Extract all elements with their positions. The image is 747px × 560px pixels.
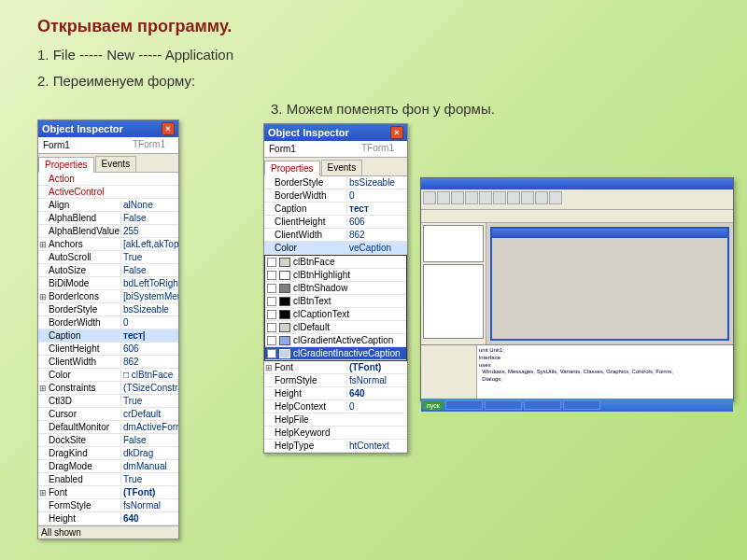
oi1-property-grid[interactable]: ActionActiveControlAlignalNoneAlphaBlend… <box>38 173 178 525</box>
property-row[interactable]: Action <box>38 173 178 186</box>
expand-icon[interactable]: ⊞ <box>38 240 48 249</box>
property-value[interactable]: True <box>120 474 178 484</box>
property-value[interactable]: fsNormal <box>120 500 178 511</box>
color-option[interactable]: clBtnFace <box>265 256 406 269</box>
property-value[interactable]: False <box>120 265 178 275</box>
property-value[interactable]: [biSystemMenu, <box>120 291 178 301</box>
property-value[interactable]: dmManual <box>120 461 178 471</box>
property-value[interactable]: htContext <box>346 441 407 451</box>
taskbar-button[interactable] <box>524 400 561 410</box>
ide-code-text[interactable]: unit Unit1; interface uses Windows, Mess… <box>477 345 733 399</box>
property-row[interactable]: DragKinddkDrag <box>38 447 178 460</box>
property-row[interactable]: BorderStylebsSizeable <box>38 303 178 316</box>
property-value[interactable]: 606 <box>120 343 178 354</box>
expand-icon[interactable]: ⊞ <box>38 292 48 301</box>
property-value[interactable]: тест| <box>120 330 178 341</box>
tab-properties[interactable]: Properties <box>38 157 94 173</box>
tab-events[interactable]: Events <box>321 160 363 175</box>
ide-code-explorer[interactable] <box>421 345 477 399</box>
property-value[interactable]: veCaption <box>346 243 407 253</box>
property-value[interactable]: 862 <box>120 357 178 367</box>
property-value[interactable]: False <box>120 213 178 223</box>
property-value[interactable]: 606 <box>346 217 407 227</box>
property-row[interactable]: Height640 <box>38 512 178 525</box>
taskbar-button[interactable] <box>485 400 522 410</box>
color-option[interactable]: clBtnShadow <box>265 282 406 295</box>
property-value[interactable]: 640 <box>346 388 407 399</box>
tab-events[interactable]: Events <box>95 156 137 172</box>
ide-object-inspector-mini[interactable] <box>423 264 484 339</box>
color-option[interactable]: clDefault <box>265 321 406 334</box>
property-row[interactable]: DockSiteFalse <box>38 434 178 447</box>
property-value[interactable]: □ clBtnFace <box>120 370 178 380</box>
expand-icon[interactable]: ⊞ <box>38 384 48 393</box>
property-row[interactable]: ⊞Font(TFont) <box>264 361 407 374</box>
expand-icon[interactable]: ⊞ <box>38 488 48 497</box>
color-option[interactable]: clBtnHighlight <box>265 269 406 282</box>
property-row[interactable]: AlignalNone <box>38 199 178 212</box>
property-row[interactable]: ActiveControl <box>38 186 178 199</box>
oi2-property-grid[interactable]: BorderStylebsSizeableBorderWidth0Caption… <box>264 176 407 255</box>
oi2-titlebar[interactable]: Object Inspector × <box>264 124 407 141</box>
oi2-property-grid-2[interactable]: ⊞Font(TFont)FormStylefsNormalHeight640He… <box>264 361 407 453</box>
property-row[interactable]: DragModedmManual <box>38 460 178 473</box>
property-value[interactable]: 0 <box>120 317 178 328</box>
taskbar-button[interactable] <box>563 400 600 410</box>
property-value[interactable]: 862 <box>346 230 407 240</box>
property-row[interactable]: FormStylefsNormal <box>38 499 178 512</box>
property-row[interactable]: Captionтест <box>264 203 407 216</box>
property-row[interactable]: HelpFile <box>264 413 407 427</box>
property-row[interactable]: BorderWidth0 <box>264 189 407 203</box>
property-value[interactable]: fsNormal <box>346 375 407 385</box>
ide-toolbar[interactable] <box>421 189 733 210</box>
property-value[interactable]: 0 <box>346 190 407 201</box>
property-row[interactable]: Height640 <box>264 387 407 400</box>
property-row[interactable]: DefaultMonitordmActiveForm <box>38 421 178 434</box>
ide-tree-window[interactable] <box>423 225 484 262</box>
property-row[interactable]: HelpContext0 <box>264 400 407 413</box>
property-value[interactable]: bsSizeable <box>346 177 407 188</box>
windows-taskbar[interactable]: пуск <box>421 399 733 412</box>
property-row[interactable]: ClientHeight606 <box>264 216 407 229</box>
tab-properties[interactable]: Properties <box>264 161 320 176</box>
property-row[interactable]: Color□ clBtnFace <box>38 369 178 382</box>
property-row[interactable]: ClientHeight606 <box>38 343 178 356</box>
property-value[interactable]: (TFont) <box>120 487 178 497</box>
property-value[interactable]: True <box>120 396 178 406</box>
property-row[interactable]: ⊞BorderIcons[biSystemMenu, <box>38 290 178 303</box>
ide-menubar[interactable] <box>421 178 733 189</box>
property-row[interactable]: ⊞Constraints(TSizeConstrain <box>38 382 178 395</box>
property-row[interactable]: ClientWidth862 <box>38 356 178 369</box>
property-row[interactable]: ⊞Font(TFont) <box>38 486 178 499</box>
property-row[interactable]: Ctl3DTrue <box>38 395 178 408</box>
property-row[interactable]: AutoSizeFalse <box>38 264 178 277</box>
property-value[interactable]: bsSizeable <box>120 304 178 315</box>
form-design-surface[interactable] <box>492 238 727 339</box>
form-titlebar[interactable] <box>492 229 727 238</box>
property-row[interactable]: Captionтест| <box>38 329 178 343</box>
property-value[interactable]: crDefault <box>120 409 178 419</box>
property-value[interactable]: (TFont) <box>346 362 407 372</box>
start-button[interactable]: пуск <box>423 401 444 410</box>
property-row[interactable]: AlphaBlendFalse <box>38 212 178 225</box>
property-value[interactable]: dkDrag <box>120 448 178 458</box>
property-row[interactable]: FormStylefsNormal <box>264 374 407 387</box>
property-row[interactable]: AlphaBlendValue255 <box>38 225 178 238</box>
oi2-color-dropdown[interactable]: clBtnFaceclBtnHighlightclBtnShadowclBtnT… <box>264 255 407 361</box>
close-icon[interactable]: × <box>390 126 403 139</box>
property-row[interactable]: CursorcrDefault <box>38 408 178 421</box>
property-value[interactable]: bdLeftToRight <box>120 278 178 288</box>
property-value[interactable]: alNone <box>120 200 178 210</box>
property-row[interactable]: BorderStylebsSizeable <box>264 176 407 189</box>
property-row[interactable]: HelpTypehtContext <box>264 440 407 453</box>
property-row[interactable]: ⊞Anchors[akLeft,akTop] <box>38 238 178 251</box>
property-value[interactable]: 255 <box>120 226 178 236</box>
property-value[interactable]: True <box>120 252 178 262</box>
property-row[interactable]: ColorveCaption <box>264 242 407 255</box>
oi2-object-combo[interactable]: Form1 TForm1 <box>264 141 407 158</box>
property-value[interactable]: [akLeft,akTop] <box>120 239 178 249</box>
color-option[interactable]: clBtnText <box>265 295 406 308</box>
oi1-titlebar[interactable]: Object Inspector × <box>38 120 178 137</box>
color-option[interactable]: clGradientActiveCaption <box>265 334 406 347</box>
property-row[interactable]: EnabledTrue <box>38 473 178 486</box>
